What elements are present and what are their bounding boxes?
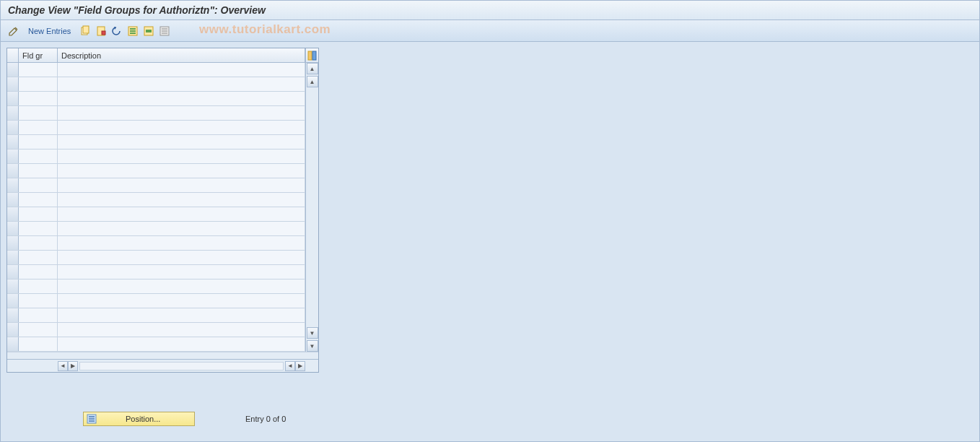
scroll-page-up-button[interactable]: ▲ bbox=[307, 76, 318, 87]
hscroll-track[interactable] bbox=[79, 362, 284, 370]
scroll-last-button[interactable]: ▶ bbox=[295, 361, 305, 371]
row-selector[interactable] bbox=[7, 164, 19, 178]
row-selector[interactable] bbox=[7, 236, 19, 250]
row-selector[interactable] bbox=[7, 222, 19, 235]
table-row[interactable] bbox=[7, 337, 305, 352]
cell-description[interactable] bbox=[58, 77, 305, 91]
row-selector[interactable] bbox=[7, 265, 19, 279]
row-selector-header[interactable] bbox=[7, 48, 19, 62]
cell-fldgr[interactable] bbox=[19, 92, 58, 105]
position-button[interactable]: Position... bbox=[83, 412, 195, 426]
table-row[interactable] bbox=[7, 150, 305, 164]
cell-fldgr[interactable] bbox=[19, 164, 58, 178]
cell-fldgr[interactable] bbox=[19, 150, 58, 163]
row-selector[interactable] bbox=[7, 308, 19, 322]
table-row[interactable] bbox=[7, 280, 305, 294]
cell-description[interactable] bbox=[58, 121, 305, 134]
cell-fldgr[interactable] bbox=[19, 308, 58, 322]
row-selector[interactable] bbox=[7, 63, 19, 77]
copy-icon[interactable] bbox=[79, 25, 91, 37]
row-selector[interactable] bbox=[7, 280, 19, 293]
cell-fldgr[interactable] bbox=[19, 294, 58, 308]
column-header-fldgr[interactable]: Fld gr bbox=[19, 48, 58, 62]
cell-description[interactable] bbox=[58, 222, 305, 235]
table-row[interactable] bbox=[7, 92, 305, 106]
cell-description[interactable] bbox=[58, 280, 305, 293]
scroll-first-button[interactable]: ◄ bbox=[58, 361, 68, 371]
scroll-right-button[interactable]: ◄ bbox=[285, 361, 295, 371]
table-settings-button[interactable] bbox=[305, 48, 318, 62]
table-row[interactable] bbox=[7, 121, 305, 135]
cell-fldgr[interactable] bbox=[19, 222, 58, 235]
row-selector[interactable] bbox=[7, 106, 19, 120]
cell-description[interactable] bbox=[58, 178, 305, 192]
cell-description[interactable] bbox=[58, 294, 305, 308]
cell-description[interactable] bbox=[58, 106, 305, 120]
select-all-icon[interactable] bbox=[127, 25, 139, 37]
cell-description[interactable] bbox=[58, 164, 305, 178]
row-selector[interactable] bbox=[7, 337, 19, 351]
row-selector[interactable] bbox=[7, 135, 19, 149]
cell-fldgr[interactable] bbox=[19, 280, 58, 293]
cell-fldgr[interactable] bbox=[19, 337, 58, 351]
cell-description[interactable] bbox=[58, 92, 305, 105]
table-row[interactable] bbox=[7, 77, 305, 92]
table-row[interactable] bbox=[7, 265, 305, 280]
cell-description[interactable] bbox=[58, 236, 305, 250]
cell-fldgr[interactable] bbox=[19, 193, 58, 207]
cell-fldgr[interactable] bbox=[19, 77, 58, 91]
scroll-down-button[interactable]: ▼ bbox=[307, 340, 318, 352]
table-row[interactable] bbox=[7, 308, 305, 323]
row-selector[interactable] bbox=[7, 178, 19, 192]
cell-description[interactable] bbox=[58, 135, 305, 149]
scroll-left-button[interactable]: ▶ bbox=[68, 361, 78, 371]
column-header-description[interactable]: Description bbox=[58, 48, 305, 62]
table-row[interactable] bbox=[7, 222, 305, 236]
row-selector[interactable] bbox=[7, 77, 19, 91]
table-row[interactable] bbox=[7, 178, 305, 193]
cell-description[interactable] bbox=[58, 207, 305, 221]
table-row[interactable] bbox=[7, 164, 305, 178]
scroll-up-button[interactable]: ▲ bbox=[307, 63, 318, 74]
row-selector[interactable] bbox=[7, 150, 19, 163]
row-selector[interactable] bbox=[7, 294, 19, 308]
delete-icon[interactable] bbox=[95, 25, 107, 37]
row-selector[interactable] bbox=[7, 121, 19, 134]
horizontal-scrollbar[interactable]: ◄ ▶ ◄ ▶ bbox=[7, 359, 318, 372]
deselect-all-icon[interactable] bbox=[159, 25, 170, 37]
cell-fldgr[interactable] bbox=[19, 323, 58, 337]
vertical-scrollbar[interactable]: ▲ ▲ ▼ ▼ bbox=[305, 63, 318, 352]
scroll-page-down-button[interactable]: ▼ bbox=[307, 327, 318, 339]
cell-fldgr[interactable] bbox=[19, 121, 58, 134]
cell-fldgr[interactable] bbox=[19, 236, 58, 250]
table-row[interactable] bbox=[7, 236, 305, 251]
row-selector[interactable] bbox=[7, 207, 19, 221]
cell-fldgr[interactable] bbox=[19, 207, 58, 221]
cell-description[interactable] bbox=[58, 193, 305, 207]
table-row[interactable] bbox=[7, 106, 305, 121]
table-row[interactable] bbox=[7, 207, 305, 222]
cell-description[interactable] bbox=[58, 265, 305, 279]
toggle-display-change-icon[interactable] bbox=[8, 25, 19, 37]
row-selector[interactable] bbox=[7, 193, 19, 207]
row-selector[interactable] bbox=[7, 323, 19, 337]
table-row[interactable] bbox=[7, 251, 305, 265]
cell-fldgr[interactable] bbox=[19, 135, 58, 149]
cell-fldgr[interactable] bbox=[19, 178, 58, 192]
select-block-icon[interactable] bbox=[143, 25, 154, 37]
table-row[interactable] bbox=[7, 193, 305, 207]
new-entries-button[interactable]: New Entries bbox=[24, 25, 75, 37]
table-row[interactable] bbox=[7, 63, 305, 77]
undo-icon[interactable] bbox=[111, 25, 123, 37]
row-selector[interactable] bbox=[7, 92, 19, 105]
table-row[interactable] bbox=[7, 323, 305, 337]
row-selector[interactable] bbox=[7, 251, 19, 264]
table-row[interactable] bbox=[7, 135, 305, 150]
cell-description[interactable] bbox=[58, 308, 305, 322]
cell-description[interactable] bbox=[58, 63, 305, 77]
cell-description[interactable] bbox=[58, 251, 305, 264]
cell-fldgr[interactable] bbox=[19, 63, 58, 77]
cell-fldgr[interactable] bbox=[19, 106, 58, 120]
cell-fldgr[interactable] bbox=[19, 251, 58, 264]
table-row[interactable] bbox=[7, 294, 305, 308]
